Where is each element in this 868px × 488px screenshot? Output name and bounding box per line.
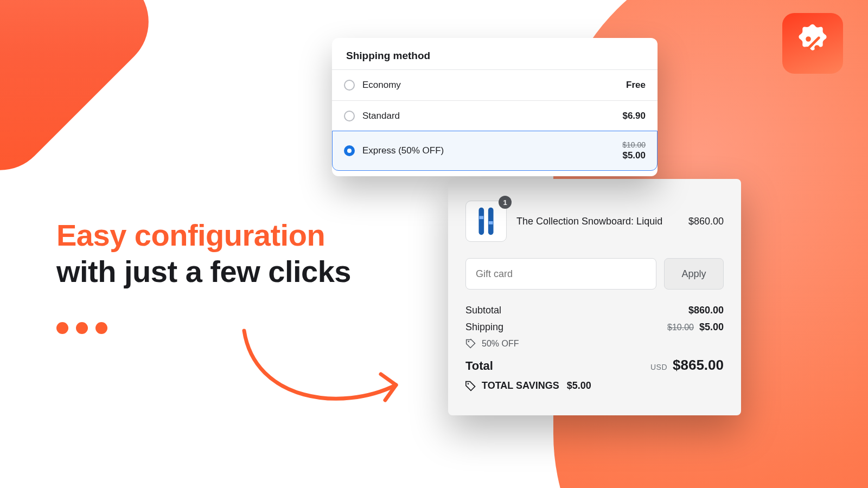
svg-rect-6 [489,221,493,224]
svg-point-7 [468,341,470,343]
quantity-badge: 1 [499,196,512,209]
svg-point-0 [806,36,811,42]
shipping-option-price: Free [626,80,646,91]
radio-checked-icon [344,145,355,156]
headline-line-2: with just a few clicks [56,253,371,290]
svg-rect-5 [479,216,483,219]
shipping-method-card: Shipping method Economy Free Standard $6… [332,38,658,176]
headline-line-1: Easy configuration [56,217,371,253]
svg-point-8 [468,383,469,384]
shipping-row: Shipping $10.00 $5.00 [465,322,724,333]
shipping-option-standard[interactable]: Standard $6.90 [332,100,658,131]
svg-point-1 [814,45,820,50]
gift-card-input[interactable] [465,258,656,290]
discount-badge [782,13,843,74]
product-price: $860.00 [688,216,724,227]
shipping-option-label: Standard [362,111,400,121]
discount-tag-row: 50% OFF [465,338,724,349]
radio-icon [344,111,355,121]
savings-row: TOTAL SAVINGS $5.00 [465,380,724,391]
svg-rect-3 [478,208,484,235]
order-summary-card: 1 The Collection Snowboard: Liquid $860.… [448,179,741,415]
product-name: The Collection Snowboard: Liquid [516,216,679,227]
percent-seal-icon [791,22,834,65]
shipping-option-express[interactable]: Express (50% OFF) $10.00 $5.00 [332,131,658,171]
shipping-option-price: $10.00 $5.00 [622,140,646,161]
shipping-option-economy[interactable]: Economy Free [332,69,658,100]
total-row: Total USD $865.00 [465,357,724,374]
line-item: 1 The Collection Snowboard: Liquid $860.… [465,201,724,242]
shipping-option-label: Express (50% OFF) [362,145,444,156]
shipping-option-label: Economy [362,80,401,91]
snowboard-icon [470,206,502,237]
subtotal-row: Subtotal $860.00 [465,305,724,316]
shipping-option-price: $6.90 [622,111,646,121]
radio-icon [344,80,355,91]
shipping-title: Shipping method [332,50,658,69]
apply-button[interactable]: Apply [664,258,724,290]
background-shape-top-left [0,0,169,190]
arrow-icon [233,320,418,431]
tag-icon [465,338,476,349]
tags-icon [465,381,476,391]
product-thumbnail: 1 [465,201,507,242]
headline: Easy configuration with just a few click… [56,217,371,334]
